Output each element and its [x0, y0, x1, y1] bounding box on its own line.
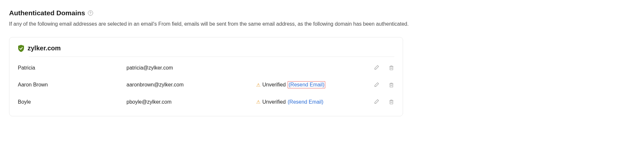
info-icon[interactable]: ? — [88, 10, 93, 16]
edit-icon[interactable] — [373, 65, 379, 71]
user-name: Boyle — [18, 99, 126, 105]
section-title: Authenticated Domains — [9, 9, 85, 17]
user-row: Boyle pboyle@zylker.com ⚠ Unverified (Re… — [18, 94, 394, 110]
domain-header: zylker.com — [9, 37, 403, 57]
user-email: patricia@zylker.com — [126, 65, 256, 71]
user-list: Patricia patricia@zylker.com Aaron Brown… — [9, 57, 403, 116]
delete-icon[interactable] — [388, 65, 394, 71]
user-status: ⚠ Unverified (Resend Email) — [256, 99, 373, 105]
section-description: If any of the following email addresses … — [9, 20, 635, 28]
edit-icon[interactable] — [373, 82, 379, 88]
unverified-label: Unverified — [262, 82, 286, 88]
user-name: Patricia — [18, 65, 126, 71]
user-row: Aaron Brown aaronbrown@zylker.com ⚠ Unve… — [18, 76, 394, 94]
resend-email-link[interactable]: (Resend Email) — [288, 81, 325, 88]
domain-card: zylker.com Patricia patricia@zylker.com — [9, 37, 403, 116]
shield-verified-icon — [18, 45, 24, 52]
unverified-label: Unverified — [262, 99, 286, 105]
user-status: ⚠ Unverified (Resend Email) — [256, 81, 373, 88]
edit-icon[interactable] — [373, 99, 379, 105]
warning-icon: ⚠ — [256, 83, 260, 87]
user-email: aaronbrown@zylker.com — [126, 82, 256, 88]
user-email: pboyle@zylker.com — [126, 99, 256, 105]
resend-email-link[interactable]: (Resend Email) — [288, 99, 323, 105]
user-name: Aaron Brown — [18, 82, 126, 88]
delete-icon[interactable] — [388, 99, 394, 105]
user-row: Patricia patricia@zylker.com — [18, 59, 394, 76]
domain-name: zylker.com — [28, 45, 61, 52]
delete-icon[interactable] — [388, 82, 394, 88]
warning-icon: ⚠ — [256, 99, 260, 104]
